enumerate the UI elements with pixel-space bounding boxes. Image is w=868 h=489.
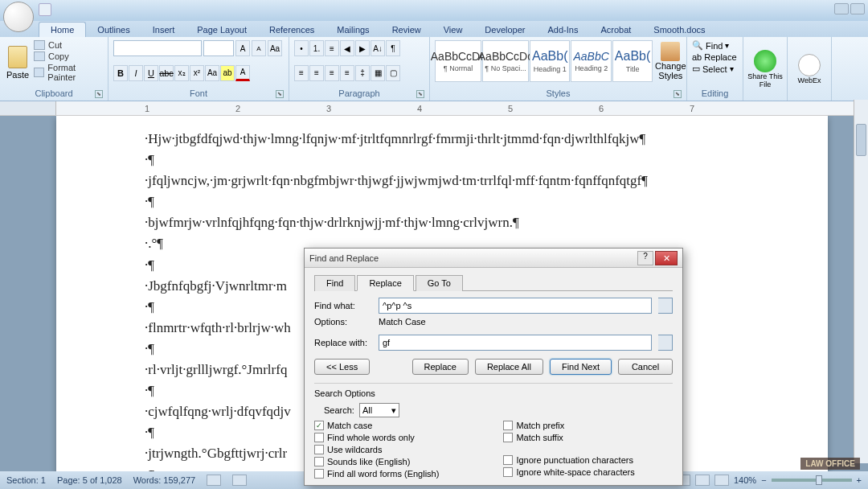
find-what-input[interactable]: ^p^p ^s — [379, 298, 652, 314]
tab-review[interactable]: Review — [381, 23, 432, 37]
font-dialog-launcher[interactable]: ⬊ — [276, 90, 284, 98]
dialog-tab-find[interactable]: Find — [314, 275, 355, 291]
zoom-thumb[interactable] — [816, 475, 822, 485]
document-text-line[interactable]: ·¶ — [145, 193, 739, 211]
status-icon-1[interactable] — [207, 475, 221, 486]
document-text-line[interactable]: ·Hjw·jtbgfdfqjwd·thjw·lmng·lfqnjw·mf·jtr… — [145, 130, 739, 148]
align-center[interactable]: ≡ — [309, 65, 324, 81]
styles-dialog-launcher[interactable]: ⬊ — [674, 90, 682, 98]
replace-button[interactable]: abReplace — [692, 52, 738, 62]
cut-button[interactable]: Cut — [34, 40, 103, 50]
office-button[interactable] — [3, 2, 34, 32]
align-right[interactable]: ≡ — [325, 65, 339, 81]
format-painter-button[interactable]: Format Painter — [34, 63, 103, 82]
font-color-button[interactable]: A — [235, 65, 250, 81]
justify[interactable]: ≡ — [340, 65, 354, 81]
horizontal-ruler[interactable]: 1234567 — [56, 101, 868, 115]
find-what-dropdown[interactable] — [658, 298, 673, 314]
document-text-line[interactable]: ·jfqljwncjw,·jm·grjwrlt·fqn·nbgfmbjwr·th… — [145, 172, 739, 190]
style-heading2[interactable]: AaBbCHeading 2 — [571, 40, 611, 82]
zoom-out[interactable]: − — [761, 475, 766, 485]
vertical-scrollbar[interactable] — [854, 100, 868, 463]
bold-button[interactable]: B — [113, 65, 128, 81]
zoom-slider[interactable] — [772, 479, 852, 482]
find-next-button[interactable]: Find Next — [550, 359, 612, 375]
status-icon-2[interactable] — [232, 475, 247, 486]
italic-button[interactable]: I — [129, 65, 143, 81]
view-outline[interactable] — [695, 475, 710, 486]
dialog-help-button[interactable]: ? — [637, 251, 653, 265]
sort-button[interactable]: A↓ — [371, 40, 385, 56]
replace-with-input[interactable]: gf — [379, 335, 652, 351]
shrink-font[interactable]: A — [252, 40, 266, 56]
bullets-button[interactable]: • — [294, 40, 309, 56]
change-case-button[interactable]: Aa — [205, 65, 219, 81]
zoom-in[interactable]: + — [857, 475, 862, 485]
tab-addins[interactable]: Add-Ins — [537, 23, 590, 37]
replace-with-dropdown[interactable] — [658, 335, 673, 351]
clipboard-dialog-launcher[interactable]: ⬊ — [95, 90, 103, 98]
less-button[interactable]: << Less — [314, 359, 370, 375]
dialog-tab-replace[interactable]: Replace — [357, 275, 413, 291]
tab-developer[interactable]: Developer — [473, 23, 536, 37]
status-section[interactable]: Section: 1 — [6, 475, 46, 485]
tab-insert[interactable]: Insert — [141, 23, 186, 37]
tab-acrobat[interactable]: Acrobat — [589, 23, 642, 37]
strikethrough-button[interactable]: abc — [159, 65, 174, 81]
style-title[interactable]: AaBb(Title — [612, 40, 653, 82]
style-normal[interactable]: AaBbCcDc¶ Normal — [435, 40, 481, 82]
paragraph-dialog-launcher[interactable]: ⬊ — [416, 90, 424, 98]
find-button[interactable]: 🔍Find ▾ — [692, 40, 738, 51]
checkbox-match-suffix[interactable]: Match suffix — [503, 433, 634, 442]
tab-smoothdocs[interactable]: Smooth.docs — [642, 23, 716, 37]
increase-indent[interactable]: ▶ — [355, 40, 370, 56]
checkbox-match-case[interactable]: ✓Match case — [314, 421, 439, 430]
document-text-line[interactable]: ·¶ — [145, 151, 739, 169]
superscript-button[interactable]: x² — [190, 65, 204, 81]
show-marks-button[interactable]: ¶ — [386, 40, 400, 56]
document-text-line[interactable]: ·bjwfmrjw·vrlnfqjhfqng·fqn·thjw·drlrknjw… — [145, 214, 739, 232]
grow-font[interactable]: A — [235, 40, 250, 56]
borders-button[interactable]: ▢ — [386, 65, 400, 81]
line-spacing[interactable]: ‡ — [355, 65, 370, 81]
window-minimize[interactable] — [834, 3, 849, 14]
search-direction-combo[interactable]: All▾ — [359, 403, 399, 417]
style-nospaci[interactable]: AaBbCcDc¶ No Spaci... — [482, 40, 529, 82]
font-family-combo[interactable] — [113, 40, 202, 56]
highlight-button[interactable]: ab — [220, 65, 235, 81]
checkbox-sounds-like--english-[interactable]: Sounds like (English) — [314, 457, 439, 466]
shading-button[interactable]: ▦ — [371, 65, 385, 81]
share-file-icon[interactable] — [754, 50, 776, 72]
tab-home[interactable]: Home — [39, 22, 86, 37]
checkbox-use-wildcards[interactable]: Use wildcards — [314, 445, 439, 454]
scrollbar-thumb[interactable] — [856, 124, 866, 156]
tab-references[interactable]: References — [258, 23, 326, 37]
change-styles-button[interactable]: Change Styles — [653, 40, 687, 82]
numbering-button[interactable]: 1. — [309, 40, 324, 56]
cancel-button[interactable]: Cancel — [618, 359, 673, 375]
subscript-button[interactable]: x₂ — [174, 65, 189, 81]
qat-save[interactable] — [39, 3, 51, 16]
tab-pagelayout[interactable]: Page Layout — [186, 23, 258, 37]
checkbox-ignore-punctuation-characters[interactable]: Ignore punctuation characters — [503, 455, 634, 465]
replace-all-button[interactable]: Replace All — [475, 359, 543, 375]
window-close[interactable] — [850, 3, 865, 14]
align-left[interactable]: ≡ — [294, 65, 309, 81]
zoom-percent[interactable]: 140% — [734, 475, 756, 485]
tab-outlines[interactable]: Outlines — [86, 23, 141, 37]
clear-formatting[interactable]: Aa — [268, 40, 282, 56]
checkbox-find-whole-words-only[interactable]: Find whole words only — [314, 433, 439, 442]
font-size-combo[interactable] — [203, 40, 234, 56]
status-words[interactable]: Words: 159,277 — [133, 475, 195, 485]
webex-icon[interactable] — [798, 54, 821, 76]
multilevel-button[interactable]: ≡ — [325, 40, 339, 56]
replace-one-button[interactable]: Replace — [412, 359, 469, 375]
status-page[interactable]: Page: 5 of 1,028 — [57, 475, 122, 485]
checkbox-ignore-white-space-characters[interactable]: Ignore white-space characters — [503, 467, 634, 477]
checkbox-match-prefix[interactable]: Match prefix — [503, 421, 634, 430]
underline-button[interactable]: U — [144, 65, 158, 81]
style-heading1[interactable]: AaBb(Heading 1 — [530, 40, 570, 82]
tab-mailings[interactable]: Mailings — [326, 23, 380, 37]
dialog-close-button[interactable]: ✕ — [655, 251, 678, 265]
checkbox-find-all-word-forms--english-[interactable]: Find all word forms (English) — [314, 469, 439, 479]
